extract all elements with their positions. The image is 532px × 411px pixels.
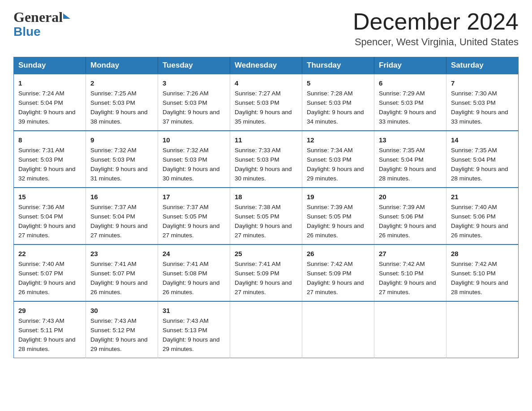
sunrise-text: Sunrise: 7:26 AM <box>163 90 209 97</box>
day-number: 12 <box>307 135 369 145</box>
calendar-cell: 24Sunrise: 7:41 AMSunset: 5:08 PMDayligh… <box>158 244 230 301</box>
location-title: Spencer, West Virginia, United States <box>353 36 519 48</box>
daylight-text: Daylight: 9 hours and 28 minutes. <box>451 279 508 295</box>
calendar-cell: 6Sunrise: 7:29 AMSunset: 5:03 PMDaylight… <box>374 74 446 131</box>
sunrise-text: Sunrise: 7:39 AM <box>307 204 353 210</box>
calendar-cell: 10Sunrise: 7:32 AMSunset: 5:03 PMDayligh… <box>158 131 230 188</box>
daylight-text: Daylight: 9 hours and 26 minutes. <box>379 223 436 239</box>
day-number: 6 <box>379 78 442 88</box>
sunset-text: Sunset: 5:03 PM <box>18 156 63 163</box>
daylight-text: Daylight: 9 hours and 34 minutes. <box>307 109 364 125</box>
sunset-text: Sunset: 5:07 PM <box>90 270 135 277</box>
calendar-cell: 23Sunrise: 7:41 AMSunset: 5:07 PMDayligh… <box>86 244 158 301</box>
logo-text-general: General <box>13 9 63 26</box>
sunset-text: Sunset: 5:09 PM <box>235 270 279 277</box>
calendar-cell: 31Sunrise: 7:43 AMSunset: 5:13 PMDayligh… <box>158 301 230 358</box>
sunset-text: Sunset: 5:03 PM <box>379 99 424 106</box>
sunrise-text: Sunrise: 7:43 AM <box>18 317 64 324</box>
day-number: 11 <box>235 135 297 145</box>
daylight-text: Daylight: 9 hours and 27 minutes. <box>307 279 364 295</box>
sunrise-text: Sunrise: 7:41 AM <box>90 261 137 267</box>
daylight-text: Daylight: 9 hours and 27 minutes. <box>379 279 436 295</box>
logo-text-blue: Blue <box>13 26 41 38</box>
daylight-text: Daylight: 9 hours and 35 minutes. <box>235 109 292 125</box>
day-number: 24 <box>163 248 225 259</box>
daylight-text: Daylight: 9 hours and 26 minutes. <box>307 223 364 239</box>
daylight-text: Daylight: 9 hours and 27 minutes. <box>235 279 292 295</box>
sunset-text: Sunset: 5:05 PM <box>307 213 352 220</box>
sunrise-text: Sunrise: 7:31 AM <box>18 147 64 154</box>
sunrise-text: Sunrise: 7:34 AM <box>307 147 353 154</box>
page-header: General Blue December 2024 Spencer, West… <box>13 9 519 48</box>
header-wednesday: Wednesday <box>230 57 302 74</box>
calendar-cell: 18Sunrise: 7:38 AMSunset: 5:05 PMDayligh… <box>230 188 302 244</box>
sunset-text: Sunset: 5:03 PM <box>235 156 279 163</box>
daylight-text: Daylight: 9 hours and 29 minutes. <box>90 336 148 352</box>
sunrise-text: Sunrise: 7:24 AM <box>18 90 64 97</box>
sunrise-text: Sunrise: 7:30 AM <box>451 90 497 97</box>
header-friday: Friday <box>374 57 446 74</box>
day-number: 1 <box>18 78 81 88</box>
sunrise-text: Sunrise: 7:32 AM <box>163 147 209 154</box>
daylight-text: Daylight: 9 hours and 29 minutes. <box>307 166 364 182</box>
day-number: 27 <box>379 248 442 259</box>
calendar-cell: 28Sunrise: 7:42 AMSunset: 5:10 PMDayligh… <box>446 244 519 301</box>
sunrise-text: Sunrise: 7:42 AM <box>451 261 497 267</box>
calendar-cell: 2Sunrise: 7:25 AMSunset: 5:03 PMDaylight… <box>86 74 158 131</box>
calendar-cell: 29Sunrise: 7:43 AMSunset: 5:11 PMDayligh… <box>14 301 86 358</box>
sunrise-text: Sunrise: 7:27 AM <box>235 90 281 97</box>
day-number: 15 <box>18 192 81 202</box>
title-block: December 2024 Spencer, West Virginia, Un… <box>353 9 519 48</box>
sunset-text: Sunset: 5:03 PM <box>163 156 207 163</box>
calendar-cell <box>230 301 302 358</box>
day-number: 9 <box>90 135 153 145</box>
calendar-cell: 3Sunrise: 7:26 AMSunset: 5:03 PMDaylight… <box>158 74 230 131</box>
day-number: 5 <box>307 78 369 88</box>
daylight-text: Daylight: 9 hours and 38 minutes. <box>90 109 148 125</box>
sunset-text: Sunset: 5:06 PM <box>451 213 496 220</box>
sunrise-text: Sunrise: 7:28 AM <box>307 90 353 97</box>
sunset-text: Sunset: 5:03 PM <box>163 99 207 106</box>
header-sunday: Sunday <box>14 57 86 74</box>
calendar-cell: 7Sunrise: 7:30 AMSunset: 5:03 PMDaylight… <box>446 74 519 131</box>
sunset-text: Sunset: 5:12 PM <box>90 327 135 334</box>
day-number: 26 <box>307 248 369 259</box>
day-number: 8 <box>18 135 81 145</box>
sunset-text: Sunset: 5:11 PM <box>18 327 63 334</box>
day-number: 21 <box>451 192 514 202</box>
day-number: 2 <box>90 78 153 88</box>
day-number: 3 <box>163 78 225 88</box>
calendar-week-5: 29Sunrise: 7:43 AMSunset: 5:11 PMDayligh… <box>14 301 519 358</box>
sunset-text: Sunset: 5:04 PM <box>451 156 496 163</box>
daylight-text: Daylight: 9 hours and 27 minutes. <box>163 223 220 239</box>
day-number: 13 <box>379 135 442 145</box>
sunrise-text: Sunrise: 7:35 AM <box>379 147 425 154</box>
sunrise-text: Sunrise: 7:32 AM <box>90 147 137 154</box>
sunset-text: Sunset: 5:03 PM <box>451 99 496 106</box>
daylight-text: Daylight: 9 hours and 28 minutes. <box>18 336 76 352</box>
calendar-cell: 16Sunrise: 7:37 AMSunset: 5:04 PMDayligh… <box>86 188 158 244</box>
day-number: 14 <box>451 135 514 145</box>
sunset-text: Sunset: 5:03 PM <box>307 156 352 163</box>
daylight-text: Daylight: 9 hours and 30 minutes. <box>163 166 220 182</box>
day-number: 7 <box>451 78 514 88</box>
calendar-cell: 19Sunrise: 7:39 AMSunset: 5:05 PMDayligh… <box>302 188 374 244</box>
sunset-text: Sunset: 5:09 PM <box>307 270 352 277</box>
sunset-text: Sunset: 5:07 PM <box>18 270 63 277</box>
sunrise-text: Sunrise: 7:39 AM <box>379 204 425 210</box>
day-number: 17 <box>163 192 225 202</box>
day-number: 16 <box>90 192 153 202</box>
sunrise-text: Sunrise: 7:41 AM <box>163 261 209 267</box>
header-thursday: Thursday <box>302 57 374 74</box>
calendar-cell <box>374 301 446 358</box>
calendar-week-1: 1Sunrise: 7:24 AMSunset: 5:04 PMDaylight… <box>14 74 519 131</box>
day-number: 29 <box>18 305 81 316</box>
day-number: 19 <box>307 192 369 202</box>
calendar-cell: 27Sunrise: 7:42 AMSunset: 5:10 PMDayligh… <box>374 244 446 301</box>
sunset-text: Sunset: 5:04 PM <box>18 213 63 220</box>
day-number: 30 <box>90 305 153 316</box>
calendar-cell: 5Sunrise: 7:28 AMSunset: 5:03 PMDaylight… <box>302 74 374 131</box>
header-saturday: Saturday <box>446 57 519 74</box>
daylight-text: Daylight: 9 hours and 28 minutes. <box>451 166 508 182</box>
day-number: 20 <box>379 192 442 202</box>
